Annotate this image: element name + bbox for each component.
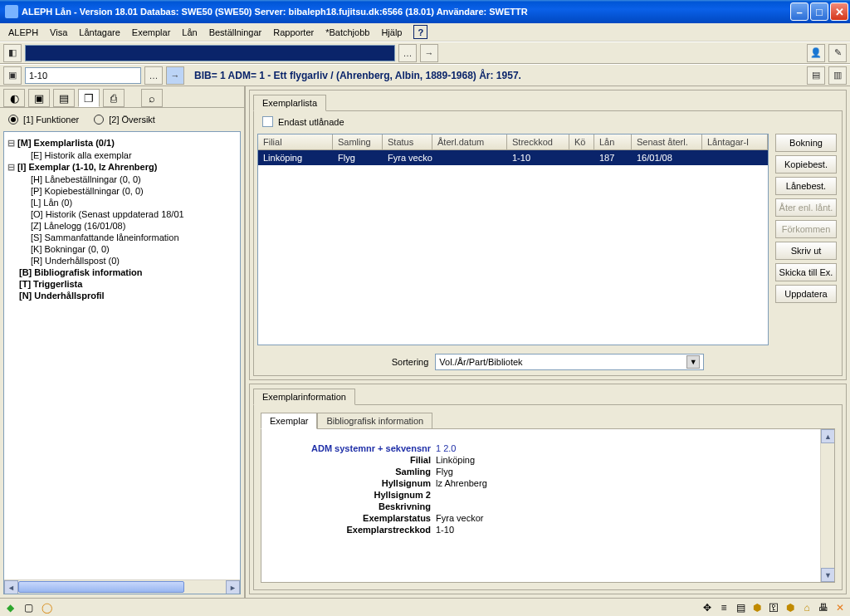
toolbar2-right-2[interactable]: ▥	[828, 66, 847, 85]
lefttab-2[interactable]: ▣	[28, 89, 50, 107]
menu-visa[interactable]: Visa	[45, 26, 72, 39]
tab-exemplarinfo[interactable]: Exemplarinformation	[253, 389, 355, 405]
exemplar-grid: Filial Samling Status Återl.datum Streck…	[257, 134, 769, 345]
tree-underhallspost[interactable]: [R] Underhållspost (0)	[7, 255, 237, 266]
menu-exemplar[interactable]: Exemplar	[127, 26, 175, 39]
btn-aterenl[interactable]: Åter enl. lånt.	[775, 198, 837, 217]
radio-oversikt[interactable]: [2] Översikt	[94, 115, 155, 125]
status-icon-3[interactable]: ▤	[734, 601, 747, 614]
lefttab-4-active[interactable]: ❐	[78, 89, 100, 107]
lefttab-1[interactable]: ◐	[3, 89, 25, 107]
tree-hscrollbar[interactable]: ◄ ►	[4, 579, 240, 594]
toolbar1-go-button[interactable]: →	[420, 44, 438, 62]
menu-bestallningar[interactable]: Beställningar	[204, 26, 267, 39]
kv-val-filial: Linköping	[436, 455, 475, 465]
scroll-left-icon[interactable]: ◄	[4, 580, 18, 594]
toolbar2-lookup-button[interactable]: …	[144, 66, 163, 85]
radio-dot-on-icon	[8, 115, 18, 125]
btn-lanebest[interactable]: Lånebest.	[775, 177, 837, 195]
toolbar1-button-1[interactable]: ◧	[3, 44, 22, 62]
innertab-exemplar[interactable]: Exemplar	[261, 413, 317, 429]
toolbar1-field[interactable]	[25, 45, 395, 61]
tree-sammanfattande[interactable]: [S] Sammanfattande låneinformation	[7, 232, 237, 243]
scroll-thumb[interactable]	[18, 581, 184, 593]
col-status[interactable]: Status	[383, 134, 432, 149]
tree-exemplarlista[interactable]: [M] Exemplarlista (0/1)	[7, 137, 237, 149]
col-lan[interactable]: Lån	[594, 134, 632, 149]
menu-hjalp[interactable]: Hjälp	[376, 26, 407, 39]
btn-skickatillex[interactable]: Skicka till Ex.	[775, 263, 837, 281]
minimize-button[interactable]: –	[790, 2, 808, 21]
status-icon-6[interactable]: ⬢	[784, 601, 797, 614]
tree-historik[interactable]: [O] Historik (Senast uppdaterad 18/01	[7, 208, 237, 220]
btn-forkommen[interactable]: Förkommen	[775, 220, 837, 238]
close-button[interactable]: ✕	[830, 2, 848, 21]
tree-bibliografisk[interactable]: [B] Bibliografisk information	[7, 266, 237, 278]
left-tabs: ◐ ▣ ▤ ❐ ⎙ ⌕	[0, 86, 244, 108]
status-icon-4[interactable]: ⬢	[750, 601, 764, 614]
toolbar1-lookup-button[interactable]: …	[398, 44, 417, 62]
status-icon-1[interactable]: ✥	[701, 601, 714, 614]
toolbar2-field[interactable]: 1-10	[25, 67, 141, 84]
tree-exemplar[interactable]: [I] Exemplar (1-10, lz Ahrenberg)	[7, 161, 237, 174]
grid-row-1[interactable]: Linköping Flyg Fyra veckor 1-10 187 16/0…	[258, 150, 768, 165]
btn-bokning[interactable]: Bokning	[775, 134, 837, 152]
status-icon-2[interactable]: ≡	[717, 601, 730, 614]
status-icon-5[interactable]: ⚿	[767, 601, 780, 614]
toolbar1-right-2[interactable]: ✎	[828, 44, 847, 62]
sort-value: Vol./År/Part/Bibliotek	[439, 357, 522, 367]
tree-triggerlista[interactable]: [T] Triggerlista	[7, 278, 237, 290]
col-filial[interactable]: Filial	[258, 134, 333, 149]
exemplarlista-panel: Exemplarlista Endast utlånade Filial Sam…	[249, 90, 847, 380]
col-lantagar[interactable]: Låntagar-I	[702, 134, 768, 149]
scroll-down-icon[interactable]: ▼	[821, 568, 835, 582]
menu-aleph[interactable]: ALEPH	[3, 26, 43, 39]
menu-batchjobb[interactable]: *Batchjobb	[320, 26, 374, 39]
status-circle-icon: ◯	[40, 601, 53, 614]
toolbar2-book-icon[interactable]: ▣	[3, 66, 22, 85]
scroll-up-icon[interactable]: ▲	[821, 429, 835, 443]
details-vscrollbar[interactable]: ▲ ▼	[820, 429, 834, 582]
tree-underhallsprofil[interactable]: [N] Underhållsprofil	[7, 290, 237, 301]
col-ko[interactable]: Kö	[569, 134, 594, 149]
cell-lan: 187	[594, 150, 632, 165]
tree-historik-alla[interactable]: [E] Historik alla exemplar	[7, 149, 237, 161]
col-samling[interactable]: Samling	[333, 134, 383, 149]
radio-funktioner[interactable]: [1] Funktioner	[8, 115, 79, 125]
tree-kopiebest[interactable]: [P] Kopiebeställningar (0, 0)	[7, 185, 237, 197]
tree-bokningar[interactable]: [K] Bokningar (0, 0)	[7, 243, 237, 255]
lefttab-6[interactable]: ⌕	[141, 89, 163, 107]
cell-filial: Linköping	[258, 150, 333, 165]
status-close-icon[interactable]: ✕	[833, 601, 847, 614]
sort-combo[interactable]: Vol./År/Part/Bibliotek ▼	[435, 354, 704, 370]
col-streckkod[interactable]: Streckkod	[507, 134, 569, 149]
innertab-bibliografisk[interactable]: Bibliografisk information	[317, 413, 432, 429]
tree-lanebest[interactable]: [H] Lånebeställningar (0, 0)	[7, 174, 237, 185]
status-icon-7[interactable]: ⌂	[800, 601, 813, 614]
radio-dot-off-icon	[94, 115, 104, 125]
menu-rapporter[interactable]: Rapporter	[268, 26, 319, 39]
toolbar2-go-button[interactable]: →	[166, 66, 184, 85]
only-loaned-checkbox[interactable]	[262, 116, 273, 127]
kv-val-hyllsignum: lz Ahrenberg	[436, 478, 487, 488]
maximize-button[interactable]: □	[810, 2, 828, 21]
tree-lan[interactable]: [L] Lån (0)	[7, 197, 237, 208]
tab-exemplarlista[interactable]: Exemplarlista	[253, 95, 326, 111]
menu-lan[interactable]: Lån	[177, 26, 202, 39]
kv-label-samling: Samling	[270, 467, 436, 477]
kv-label-streckkod: Exemplarstreckkod	[270, 525, 436, 535]
btn-skrivut[interactable]: Skriv ut	[775, 242, 837, 260]
btn-kopiebest[interactable]: Kopiebest.	[775, 155, 837, 174]
col-aterldatum[interactable]: Återl.datum	[432, 134, 507, 149]
lefttab-5[interactable]: ⎙	[103, 89, 125, 107]
scroll-right-icon[interactable]: ►	[226, 580, 240, 594]
status-icon-8[interactable]: 🖶	[817, 601, 830, 614]
tree-lanelogg[interactable]: [Z] Lånelogg (16/01/08)	[7, 220, 237, 232]
help-icon[interactable]: ?	[413, 25, 427, 39]
toolbar1-right-1[interactable]: 👤	[807, 44, 825, 62]
btn-uppdatera[interactable]: Uppdatera	[775, 285, 837, 303]
toolbar2-right-1[interactable]: ▤	[807, 66, 825, 85]
col-senastaterl[interactable]: Senast återl.	[632, 134, 702, 149]
menu-lantagare[interactable]: Låntagare	[74, 26, 125, 39]
lefttab-3[interactable]: ▤	[53, 89, 75, 107]
